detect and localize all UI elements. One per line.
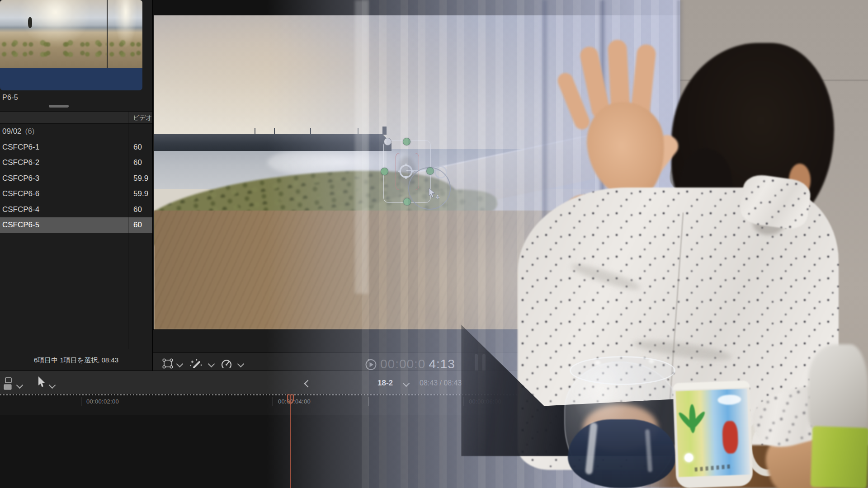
- list-item[interactable]: CSFCP6-3 59.9: [0, 171, 152, 187]
- timeline-tracks: [0, 415, 868, 488]
- viewer-panel: ↔↕: [152, 0, 868, 375]
- ruler-dashed-border: [0, 394, 868, 395]
- clip-framerate: 60: [133, 217, 142, 233]
- arrow-tool-icon[interactable]: [38, 376, 46, 388]
- beach-thumbnail: [0, 0, 107, 68]
- duration-label: 08:43 / 08:43: [420, 379, 462, 387]
- list-group-row[interactable]: 09/02(6): [0, 124, 152, 140]
- playhead-line[interactable]: [290, 395, 291, 488]
- fcp-window: P6-5 ビデオ 09/02(6) CSFCP6-1 60 CSFCP6-2 6…: [0, 0, 868, 488]
- chevron-down-icon[interactable]: [16, 382, 24, 389]
- timeline-ruler[interactable]: 00:00:02:0000:00:04:0000:00:06:0000:00:0…: [0, 394, 868, 415]
- ruler-tick: [655, 397, 656, 406]
- pause-bars-icon: [475, 354, 478, 371]
- ruler-label: 00:00:08:00: [660, 398, 693, 405]
- playhead-flag[interactable]: [287, 394, 295, 405]
- breakwater: [154, 134, 392, 151]
- ruler-tick: [368, 397, 369, 406]
- clip-list: 09/02(6) CSFCP6-1 60 CSFCP6-2 60 CSFCP6-…: [0, 124, 152, 233]
- clip-framerate: 60: [133, 140, 142, 155]
- clip-selection-band[interactable]: [0, 68, 142, 90]
- chevron-down-icon[interactable]: [49, 382, 56, 389]
- algae-texture: [108, 39, 142, 57]
- timecode-placeholder: 00:00:0: [380, 357, 425, 371]
- lighthouse: [382, 127, 387, 135]
- clip-appearance-icon[interactable]: [4, 377, 14, 390]
- retime-icon[interactable]: [220, 358, 233, 371]
- lamp-post: [358, 128, 359, 134]
- ruler-tick: [177, 397, 177, 406]
- enhancements-icon[interactable]: [189, 358, 203, 371]
- clip-name: CSFCP6-1: [2, 140, 39, 155]
- sand-dune-highlight: [407, 228, 660, 329]
- ruler-label: 00:00:02:00: [86, 398, 119, 405]
- pause-bars-icon: [482, 354, 486, 371]
- viewer-video-frame[interactable]: ↔↕: [154, 15, 712, 329]
- timecode-display[interactable]: 00:00:0 4:13: [365, 357, 455, 371]
- chevron-down-icon[interactable]: [208, 361, 215, 368]
- list-item[interactable]: CSFCP6-6 59.9: [0, 186, 152, 202]
- transform-handle-bottom[interactable]: [403, 198, 411, 206]
- clip-title: P6-5: [2, 94, 18, 102]
- ruler-tick: [463, 397, 464, 406]
- ruler-tick: [847, 397, 847, 406]
- clip-name: CSFCP6-6: [2, 186, 39, 202]
- chevron-down-icon[interactable]: [403, 380, 410, 387]
- project-name[interactable]: 18-2: [377, 379, 393, 388]
- ruler-tick: [751, 397, 751, 406]
- ruler-tick: [273, 397, 273, 406]
- video-column-header[interactable]: ビデオ: [133, 114, 152, 122]
- transform-handle-corner[interactable]: [384, 138, 392, 145]
- play-circle-icon: [365, 358, 377, 371]
- lamp-post: [274, 128, 275, 134]
- next-item-button[interactable]: [534, 380, 542, 388]
- timecode-entry: 4:13: [429, 357, 455, 371]
- timeline-panel: 18-2 08:43 / 08:43 00:00:02:0000:00:04:0…: [0, 371, 868, 488]
- beach-thumbnail-2: [108, 0, 142, 68]
- transform-icon[interactable]: [162, 358, 174, 369]
- clip-framerate: 60: [133, 155, 142, 171]
- move-arrows-icon: ↔↕: [433, 192, 442, 201]
- transform-handle-left[interactable]: [381, 168, 388, 175]
- anchor-target-icon[interactable]: [398, 163, 414, 179]
- clip-framerate: 60: [133, 202, 142, 218]
- viewer-lower-strip: [153, 329, 868, 353]
- list-item-selected[interactable]: CSFCP6-5 60: [0, 217, 152, 233]
- scrollbar-handle[interactable]: [49, 105, 69, 108]
- timeline-toolbar: 18-2 08:43 / 08:43: [0, 371, 868, 394]
- list-item[interactable]: CSFCP6-4 60: [0, 202, 152, 218]
- clip-framerate: 59.9: [133, 171, 148, 187]
- lamp-post: [255, 128, 255, 134]
- list-item[interactable]: CSFCP6-2 60: [0, 155, 152, 171]
- previous-item-button[interactable]: [304, 380, 312, 388]
- ruler-label: 00:00:06:00: [469, 398, 501, 405]
- algae-texture: [0, 39, 107, 57]
- transform-handle-right[interactable]: [426, 167, 434, 175]
- list-item[interactable]: CSFCP6-1 60: [0, 140, 152, 155]
- column-divider: [128, 111, 128, 349]
- group-name: 09/02(6): [2, 124, 34, 140]
- person-silhouette: [28, 17, 32, 28]
- transform-handle-top[interactable]: [403, 138, 410, 145]
- chevron-down-icon[interactable]: [176, 361, 184, 368]
- clip-framerate: 59.9: [133, 186, 148, 202]
- lamp-post: [310, 128, 311, 134]
- clip-name: CSFCP6-3: [2, 171, 39, 187]
- clip-filmstrip[interactable]: [0, 0, 142, 68]
- browser-panel: P6-5 ビデオ 09/02(6) CSFCP6-1 60 CSFCP6-2 6…: [0, 0, 152, 371]
- viewer-top-strip: [153, 0, 868, 15]
- group-count: (6): [25, 127, 35, 136]
- clip-name: CSFCP6-5: [2, 217, 39, 233]
- ruler-tick: [559, 397, 560, 406]
- browser-status-text: 6項目中 1項目を選択, 08:43: [0, 349, 152, 371]
- chevron-down-icon[interactable]: [237, 361, 245, 368]
- ruler-tick: [81, 397, 81, 406]
- clip-name: CSFCP6-2: [2, 155, 39, 171]
- list-header: ビデオ: [0, 111, 152, 124]
- clip-name: CSFCP6-4: [2, 202, 39, 218]
